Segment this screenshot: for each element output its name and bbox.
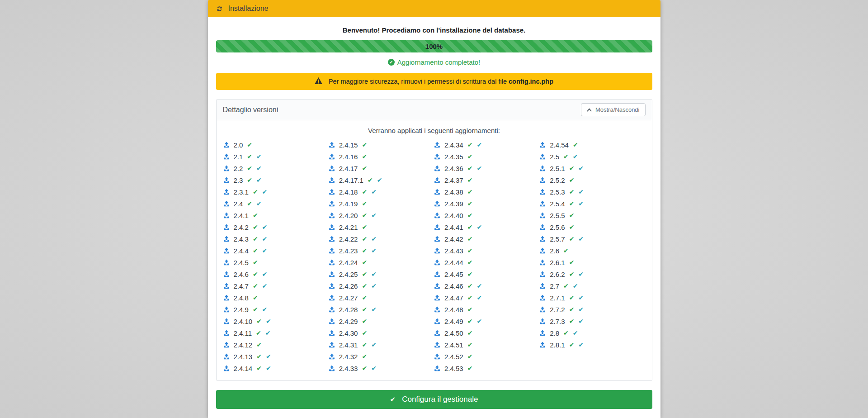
version-row: 2.7.2 ✔ ✔ — [539, 304, 645, 315]
toggle-versions-button[interactable]: Mostra/Nascondi — [581, 103, 646, 116]
version-row: 2.4.47 ✔ ✔ — [434, 292, 539, 304]
upload-icon — [434, 294, 440, 301]
check-icon-green: ✔ — [569, 200, 575, 207]
upload-icon — [329, 153, 335, 160]
check-icon-teal: ✔ — [476, 318, 482, 324]
upload-icon — [223, 318, 230, 324]
check-icon-green: ✔ — [362, 247, 367, 254]
check-circle-icon: ✔ — [388, 59, 395, 66]
status-message: ✔ Aggiornamento completato! — [216, 58, 652, 66]
upload-icon — [539, 294, 546, 301]
version-label: 2.4.31 — [339, 341, 358, 349]
version-label: 2.4.2 — [234, 223, 249, 231]
check-icon-green: ✔ — [362, 189, 367, 195]
check-icon-teal: ✔ — [578, 200, 584, 207]
check-icon-green: ✔ — [467, 365, 473, 371]
version-label: 2.4.21 — [339, 223, 358, 231]
check-icon-green: ✔ — [563, 247, 569, 254]
upload-icon — [223, 212, 230, 218]
check-icon-green: ✔ — [467, 189, 473, 195]
check-icon-green: ✔ — [569, 236, 575, 242]
versions-card-body: Verranno applicati i seguenti aggiorname… — [217, 120, 652, 380]
version-row: 2.4.41 ✔ ✔ — [434, 221, 539, 233]
check-icon-green: ✔ — [362, 294, 367, 301]
warning-triangle-icon — [315, 77, 322, 86]
upload-icon — [539, 189, 546, 195]
version-row: 2.4.2 ✔ ✔ — [223, 221, 329, 233]
version-label: 2.5.7 — [550, 235, 565, 243]
version-row: 2.7.1 ✔ ✔ — [539, 292, 645, 304]
version-row: 2.4.42 ✔ — [434, 233, 539, 245]
check-icon-teal: ✔ — [262, 236, 268, 242]
panel-header: Installazione — [208, 0, 660, 17]
check-icon-teal: ✔ — [371, 365, 377, 371]
upload-icon — [539, 259, 546, 266]
version-row: 2.7 ✔ ✔ — [539, 280, 645, 292]
check-icon-green: ✔ — [569, 271, 575, 277]
check-icon-green: ✔ — [467, 142, 473, 148]
version-row: 2.4.7 ✔ ✔ — [223, 280, 329, 292]
version-row: 2.5.7 ✔ ✔ — [539, 233, 645, 245]
upload-icon — [434, 212, 440, 218]
version-label: 2.4.51 — [444, 341, 463, 349]
check-icon-green: ✔ — [362, 142, 367, 148]
upload-icon — [329, 177, 335, 183]
configure-button[interactable]: ✔ Configura il gestionale — [216, 390, 652, 409]
version-row: 2.5.1 ✔ ✔ — [539, 162, 645, 174]
check-icon-green: ✔ — [467, 200, 473, 207]
version-label: 2.3 — [234, 176, 243, 184]
check-icon-green: ✔ — [467, 165, 473, 171]
version-column: 2.0 ✔ 2.1 ✔ ✔ 2.2 ✔ ✔ — [223, 139, 329, 374]
version-row: 2.4.22 ✔ ✔ — [329, 233, 434, 245]
check-icon-green: ✔ — [569, 259, 575, 266]
upload-icon — [434, 353, 440, 360]
check-icon-green: ✔ — [467, 330, 473, 336]
progress-bar: 100% — [216, 40, 652, 52]
toggle-versions-label: Mostra/Nascondi — [595, 106, 640, 113]
upload-icon — [434, 330, 440, 336]
version-label: 2.0 — [234, 141, 243, 149]
check-icon-green: ✔ — [253, 247, 258, 254]
version-label: 2.4.15 — [339, 141, 358, 149]
version-row: 2.4.1 ✔ — [223, 209, 329, 221]
version-row: 2.5.6 ✔ — [539, 221, 645, 233]
check-icon-green: ✔ — [569, 189, 575, 195]
version-row: 2.4.32 ✔ — [329, 351, 434, 362]
check-icon-green: ✔ — [569, 177, 575, 183]
check-icon-green: ✔ — [569, 294, 575, 301]
upload-icon — [223, 259, 230, 266]
version-label: 2.8.1 — [550, 341, 565, 349]
version-column: 2.4.15 ✔ 2.4.16 ✔ 2.4.17 ✔ — [329, 139, 434, 374]
version-row: 2.6.2 ✔ ✔ — [539, 268, 645, 280]
version-row: 2.4.21 ✔ — [329, 221, 434, 233]
version-row: 2.5.3 ✔ ✔ — [539, 186, 645, 198]
version-row: 2.4.43 ✔ — [434, 245, 539, 256]
version-row: 2.4.8 ✔ — [223, 292, 329, 304]
upload-icon — [329, 271, 335, 277]
check-icon-teal: ✔ — [371, 212, 377, 218]
version-row: 2.4.40 ✔ — [434, 209, 539, 221]
version-row: 2.4.14 ✔ ✔ — [223, 362, 329, 374]
warning-filename: config.inc.php — [509, 78, 553, 85]
check-icon-green: ✔ — [563, 283, 569, 289]
upload-icon — [329, 189, 335, 195]
check-icon-green: ✔ — [362, 153, 367, 160]
version-row: 2.4.48 ✔ — [434, 304, 539, 315]
upload-icon — [539, 283, 546, 289]
upload-icon — [329, 353, 335, 360]
version-row: 2.4.19 ✔ — [329, 198, 434, 209]
check-icon-teal: ✔ — [578, 294, 584, 301]
version-row: 2.4.11 ✔ ✔ — [223, 327, 329, 339]
check-icon-green: ✔ — [467, 294, 473, 301]
version-label: 2.4.5 — [234, 259, 249, 266]
upload-icon — [329, 365, 335, 371]
version-label: 2.4.39 — [444, 200, 463, 208]
version-row: 2.4.44 ✔ — [434, 256, 539, 268]
version-label: 2.4.41 — [444, 223, 463, 231]
check-icon-teal: ✔ — [371, 247, 377, 254]
upload-icon — [329, 259, 335, 266]
check-icon-green: ✔ — [256, 342, 262, 348]
version-label: 2.4.36 — [444, 165, 463, 172]
upload-icon — [329, 212, 335, 218]
upload-icon — [329, 318, 335, 324]
